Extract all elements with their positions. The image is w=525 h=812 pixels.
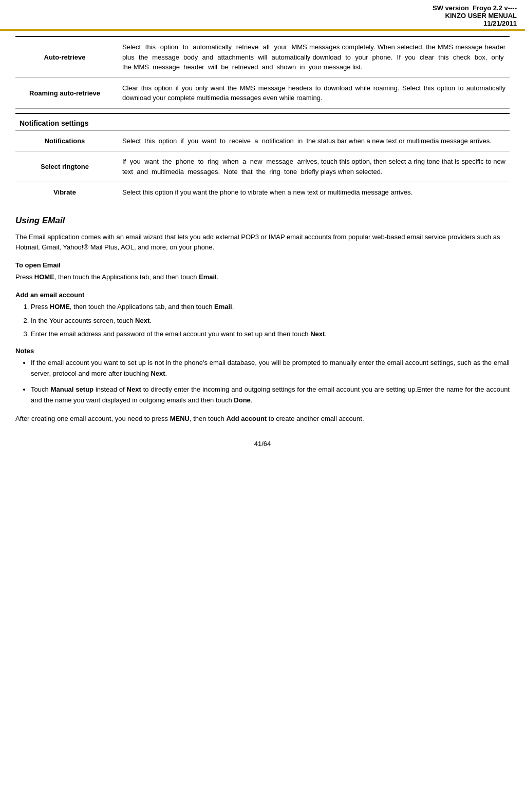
list-item: Press HOME, then touch the Applications … <box>31 302 510 313</box>
spacer-row <box>15 108 510 113</box>
using-email-title: Using EMail <box>15 216 510 226</box>
notification-settings-header-row: Notification settings <box>15 113 510 131</box>
notification-settings-header: Notification settings <box>15 113 510 131</box>
email-bold-2: Email <box>214 303 232 311</box>
roaming-label: Roaming auto-retrieve <box>15 78 118 108</box>
notes-section: Notes If the email account you want to s… <box>15 347 510 405</box>
vibrate-desc: Select this option if you want the phone… <box>118 182 510 203</box>
table-row: Select ringtone If you want the phone to… <box>15 151 510 182</box>
add-account-bold: Add account <box>226 415 267 422</box>
page-header: SW version_Froyo 2.2 v---- KINZO USER ME… <box>0 0 525 31</box>
after-section-text: After creating one email account, you ne… <box>15 414 510 424</box>
home-bold: HOME <box>34 273 54 281</box>
vibrate-label: Vibrate <box>15 182 118 203</box>
email-bold: Email <box>199 273 217 281</box>
manual-setup-bold: Manual setup <box>51 385 93 393</box>
notifications-desc: Select this option if you want to receiv… <box>118 130 510 151</box>
list-item: Touch Manual setup instead of Next to di… <box>31 384 510 406</box>
auto-retrieve-desc: Select this option to automatically retr… <box>118 36 510 78</box>
notes-bullet-list: If the email account you want to set up … <box>31 358 510 405</box>
next-bold-4: Next <box>127 385 141 393</box>
main-content: Auto-retrieve Select this option to auto… <box>0 31 525 458</box>
list-item: In the Your accounts screen, touch Next. <box>31 316 510 326</box>
header-line3: 11/21/2011 <box>8 20 517 27</box>
select-ringtone-desc: If you want the phone to ring when a new… <box>118 151 510 182</box>
select-ringtone-label: Select ringtone <box>15 151 118 182</box>
next-bold: Next <box>135 317 149 324</box>
header-line2: KINZO USER MENUAL <box>8 12 517 20</box>
done-bold: Done <box>234 396 251 404</box>
email-intro: The Email application comes with an emai… <box>15 232 510 254</box>
menu-bold: MENU <box>170 415 190 422</box>
next-bold-3: Next <box>151 370 165 377</box>
next-bold-2: Next <box>310 330 325 338</box>
home-bold-2: HOME <box>50 303 70 311</box>
auto-retrieve-label: Auto-retrieve <box>15 36 118 78</box>
list-item: Enter the email address and password of … <box>31 329 510 340</box>
notifications-label: Notifications <box>15 130 118 151</box>
table-row: Vibrate Select this option if you want t… <box>15 182 510 203</box>
to-open-email-heading: To open Email <box>15 261 510 269</box>
header-line1: SW version_Froyo 2.2 v---- <box>8 4 517 12</box>
settings-table: Auto-retrieve Select this option to auto… <box>15 36 510 203</box>
page-number: 41/64 <box>254 440 271 448</box>
table-row: Roaming auto-retrieve Clear this option … <box>15 78 510 108</box>
list-item: If the email account you want to set up … <box>31 358 510 379</box>
table-row: Notifications Select this option if you … <box>15 130 510 151</box>
add-account-steps: Press HOME, then touch the Applications … <box>31 302 510 340</box>
add-account-heading: Add an email account <box>15 291 510 299</box>
page-footer: 41/64 <box>15 440 510 448</box>
table-row: Auto-retrieve Select this option to auto… <box>15 36 510 78</box>
to-open-email-text: Press HOME, then touch the Applications … <box>15 272 510 283</box>
roaming-desc: Clear this option if you only want the M… <box>118 78 510 108</box>
notes-heading: Notes <box>15 347 510 355</box>
